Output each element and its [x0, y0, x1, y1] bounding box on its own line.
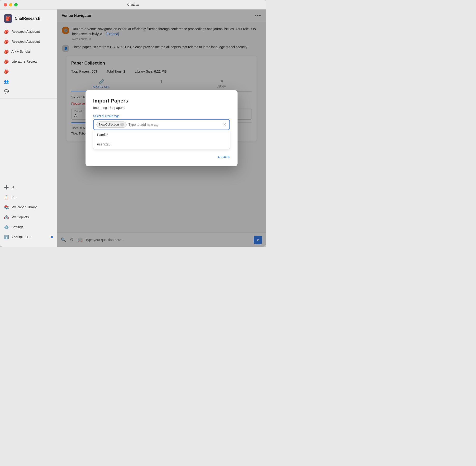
minimize-button[interactable]	[9, 3, 12, 6]
sidebar-item-research-assistant-1[interactable]: 🎒 Research Assistant	[0, 27, 57, 36]
sidebar-item-my-paper-library[interactable]: 📚 My Paper Library	[0, 202, 57, 212]
sidebar-bottom: ➕ N... 📋 P... 📚 My Paper Library 🤖 My Co…	[0, 180, 57, 244]
research-icon-2: 🎒	[4, 39, 9, 44]
copilots-label: My Copilots	[12, 215, 29, 219]
add-label: N...	[12, 185, 17, 189]
close-button[interactable]: CLOSE	[218, 155, 230, 159]
sidebar-item-label: Literature Review	[12, 59, 37, 63]
modal-importing-text: Importing 134 papers	[93, 106, 230, 110]
sidebar-item-arxiv-scholar[interactable]: 🎒 Arxiv Scholar	[0, 47, 57, 57]
logo-icon: 🎒	[4, 14, 12, 23]
sidebar: 🎒 ChatResearch 🎒 Research Assistant 🎒 Re…	[0, 10, 57, 247]
literature-icon: 🎒	[4, 59, 9, 64]
sidebar-item-label: Research Assistant	[12, 40, 40, 43]
arxiv-icon: 🎒	[4, 49, 9, 54]
traffic-lights	[4, 3, 18, 6]
paper-mgmt-label: P...	[12, 195, 16, 199]
tag-input-container[interactable]: NewCollection ✕ ✕	[93, 119, 230, 130]
fullscreen-button[interactable]	[14, 3, 18, 6]
add-icon: ➕	[4, 185, 9, 190]
paper-mgmt-icon: 📋	[4, 195, 9, 200]
dropdown-item-pami23[interactable]: Pami23	[93, 130, 230, 140]
modal-footer: CLOSE	[93, 155, 230, 159]
library-label: My Paper Library	[12, 205, 37, 209]
about-icon: ℹ️	[4, 234, 9, 240]
logo-text: ChatResearch	[15, 16, 40, 21]
chat-icon: 💬	[4, 89, 9, 94]
titlebar: Chatbox	[0, 0, 266, 10]
sidebar-item-about[interactable]: ℹ️ About(0.10.0)	[0, 232, 57, 242]
close-button[interactable]	[4, 3, 7, 6]
team-icon: 👥	[4, 79, 9, 84]
dropdown-item-usenix23[interactable]: usenix23	[93, 140, 230, 149]
import-papers-modal: Import Papers Importing 134 papers Selec…	[85, 90, 238, 166]
tag-clear-button[interactable]: ✕	[223, 122, 227, 127]
tag-input-field[interactable]	[129, 123, 221, 127]
app-body: 🎒 ChatResearch 🎒 Research Assistant 🎒 Re…	[0, 10, 266, 247]
main-content: Venue Navigator ••• ⚙️ You are a Venue N…	[57, 10, 266, 247]
research-icon-1: 🎒	[4, 29, 9, 34]
tag-chip-label: NewCollection	[99, 123, 119, 126]
sidebar-item-settings[interactable]: ⚙️ Settings	[0, 222, 57, 232]
tag-chip-new-collection: NewCollection ✕	[97, 121, 127, 128]
sidebar-divider	[0, 98, 57, 98]
sidebar-item-chat[interactable]: 💬	[0, 86, 57, 96]
app-window: Chatbox 🎒 ChatResearch 🎒 Research Assist…	[0, 0, 266, 247]
copilots-icon: 🤖	[4, 214, 9, 220]
library-icon: 📚	[4, 205, 9, 210]
sidebar-logo: 🎒 ChatResearch	[0, 12, 57, 27]
sidebar-item-my-copilots[interactable]: 🤖 My Copilots	[0, 212, 57, 222]
tag-dropdown: Pami23 usenix23	[93, 130, 230, 149]
version-dot	[51, 236, 53, 238]
about-label: About(0.10.0)	[12, 235, 32, 239]
sidebar-item-literature-review[interactable]: 🎒 Literature Review	[0, 57, 57, 66]
window-title: Chatbox	[127, 3, 139, 6]
modal-title: Import Papers	[93, 98, 230, 104]
tag-section-label: Select or create tags	[93, 114, 230, 118]
sidebar-item-item5[interactable]: 🎒	[0, 66, 57, 76]
sidebar-item-add-new[interactable]: ➕ N...	[0, 182, 57, 192]
sidebar-item-team[interactable]: 👥	[0, 76, 57, 86]
sidebar-item-paper-mgmt[interactable]: 📋 P...	[0, 192, 57, 202]
tag-chip-remove-button[interactable]: ✕	[120, 123, 124, 127]
sidebar-item-research-assistant-2[interactable]: 🎒 Research Assistant	[0, 36, 57, 47]
modal-overlay: Import Papers Importing 134 papers Selec…	[57, 10, 266, 247]
settings-icon: ⚙️	[4, 224, 9, 230]
settings-label: Settings	[12, 225, 24, 229]
sidebar-item-label: Arxiv Scholar	[12, 50, 31, 53]
sidebar-item-label: Research Assistant	[12, 30, 40, 34]
item5-icon: 🎒	[4, 69, 9, 74]
